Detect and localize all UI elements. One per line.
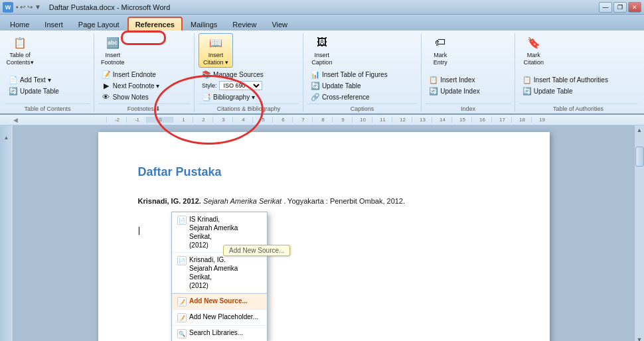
ruler-mark: 8	[312, 117, 332, 123]
update-table-captions-icon: 🔄	[311, 81, 320, 90]
document-title: Daftar Pustaka	[138, 165, 510, 179]
document-area[interactable]: Daftar Pustaka Krisnadi, IG. 2012. Sejar…	[13, 125, 634, 341]
index-group-label: Index	[426, 103, 511, 112]
ruler-mark: 2	[193, 117, 212, 123]
dropdown-add-icon: 📝	[177, 297, 187, 307]
insert-table-figures-button[interactable]: 📊 Insert Table of Figures	[307, 69, 391, 80]
cross-reference-icon: 🔗	[311, 92, 320, 102]
toc-icon: 📋	[12, 34, 28, 50]
dropdown-item-krinadi-2[interactable]: 📄 Krisnadi, IG.Sejarah Amerika Serikat,(…	[172, 253, 267, 293]
tab-mailings[interactable]: Mailings	[183, 17, 224, 31]
minimize-button[interactable]: —	[599, 2, 612, 13]
insert-footnote-button[interactable]: 🔤 InsertFootnote	[98, 33, 127, 68]
captions-group-label: Captions	[307, 103, 417, 112]
manage-sources-button[interactable]: 📚 Manage Sources	[199, 69, 267, 80]
scroll-up-button[interactable]: ▲	[637, 127, 643, 133]
ruler-mark: 9	[332, 117, 352, 123]
citation-dropdown-menu[interactable]: 📄 IS Krinadi,Sejarah Amerika Serikat,(20…	[171, 212, 268, 341]
ruler-mark: 13	[412, 117, 432, 123]
insert-index-button[interactable]: 📋 Insert Index	[426, 75, 483, 86]
style-select[interactable]: ISO 690 …	[219, 81, 262, 90]
ruler-mark: 16	[471, 117, 491, 123]
insert-table-figures-icon: 📊	[311, 70, 320, 79]
ruler-mark: 5	[252, 117, 272, 123]
text-cursor	[139, 227, 139, 235]
dropdown-placeholder-text: Add New Placeholder...	[189, 312, 258, 321]
ruler-mark: -1	[126, 117, 146, 123]
dropdown-add-text: Add New Source...	[189, 297, 248, 305]
update-authorities-button[interactable]: 🔄 Update Table	[519, 86, 611, 97]
ruler-mark: 1	[173, 117, 193, 123]
citations-group-label: Citations & Bibliography	[199, 103, 299, 112]
window-title: Daftar Pustaka.docx - Microsoft Word	[49, 3, 171, 11]
authorities-secondary: 📋 Insert Table of Authorities 🔄 Update T…	[519, 75, 611, 97]
scrollbar-thumb[interactable]	[635, 147, 644, 167]
scrollbar-right[interactable]: ▲ ▼	[634, 125, 644, 341]
bibliography-button[interactable]: 📑 Bibliography ▾	[199, 92, 267, 102]
content-italic: Sejarah Amerika Serikat	[203, 197, 282, 205]
cross-reference-button[interactable]: 🔗 Cross-reference	[307, 92, 391, 102]
update-table-captions-button[interactable]: 🔄 Update Table	[307, 80, 391, 91]
group-authorities: 🔖 MarkCitation 📋 Insert Table of Authori…	[517, 33, 641, 112]
authorities-buttons: 🔖 MarkCitation 📋 Insert Table of Authori…	[519, 33, 637, 102]
dropdown-item-add-source[interactable]: 📝 Add New Source...	[172, 294, 267, 310]
ruler: ◀ -2 -1 0 1 2 3 4 5 6 7 8 9 10 11 12 13 …	[0, 115, 644, 125]
dropdown-search-icon: 🔍	[177, 329, 187, 338]
tab-references[interactable]: References	[127, 17, 183, 31]
index-buttons: 🏷 MarkEntry 📋 Insert Index 🔄 Update Inde…	[426, 33, 511, 102]
dropdown-search-text: Search Libraries...	[189, 328, 243, 337]
insert-caption-button[interactable]: 🖼 InsertCaption	[307, 33, 337, 68]
mark-entry-button[interactable]: 🏷 MarkEntry	[426, 33, 455, 68]
ruler-mark: 6	[272, 117, 292, 123]
mark-citation-button[interactable]: 🔖 MarkCitation	[519, 33, 548, 68]
title-bar: W ▪ ↩ ↪ ▼ Daftar Pustaka.docx - Microsof…	[0, 0, 644, 15]
title-bar-left: W ▪ ↩ ↪ ▼ Daftar Pustaka.docx - Microsof…	[3, 2, 170, 13]
group-footnotes: 🔤 InsertFootnote 📝 Insert Endnote ▶ Next…	[96, 33, 195, 112]
update-table-button[interactable]: 🔄 Update Table	[5, 86, 62, 97]
ruler-mark: 3	[212, 117, 232, 123]
footnotes-buttons: 🔤 InsertFootnote 📝 Insert Endnote ▶ Next…	[98, 33, 190, 102]
document-page[interactable]: Daftar Pustaka Krisnadi, IG. 2012. Sejar…	[98, 132, 550, 341]
mark-citation-icon: 🔖	[526, 34, 542, 50]
group-captions: 🖼 InsertCaption 📊 Insert Table of Figure…	[305, 33, 422, 112]
left-panel: ▲	[0, 125, 13, 341]
main-layout: ▲ Daftar Pustaka Krisnadi, IG. 2012. Sej…	[0, 125, 644, 341]
add-text-icon: 📄	[9, 76, 18, 85]
group-citations: 📖 InsertCitation ▾ 📚 Manage Sources Styl…	[196, 33, 303, 112]
ribbon-tab-bar: Home Insert Page Layout References Maili…	[0, 15, 644, 31]
insert-endnote-button[interactable]: 📝 Insert Endnote	[98, 69, 163, 80]
insert-citation-button[interactable]: 📖 InsertCitation ▾	[199, 33, 233, 68]
dropdown-item-placeholder[interactable]: 📝 Add New Placeholder...	[172, 310, 267, 326]
ruler-mark: 14	[432, 117, 451, 123]
show-notes-button[interactable]: 👁 Show Notes	[98, 92, 163, 102]
close-button[interactable]: ✕	[628, 2, 641, 13]
window-controls[interactable]: — ❐ ✕	[599, 2, 641, 13]
tab-page-layout[interactable]: Page Layout	[71, 17, 127, 31]
restore-button[interactable]: ❐	[613, 2, 627, 13]
add-text-button[interactable]: 📄 Add Text ▾	[5, 75, 62, 86]
word-icon: W	[3, 2, 13, 13]
tab-review[interactable]: Review	[225, 17, 264, 31]
insert-index-icon: 📋	[429, 76, 438, 85]
ruler-mark: 18	[511, 117, 531, 123]
tab-view[interactable]: View	[264, 17, 295, 31]
captions-secondary: 📊 Insert Table of Figures 🔄 Update Table…	[307, 69, 391, 102]
table-of-contents-button[interactable]: 📋 Table ofContents▾	[5, 33, 35, 68]
scroll-down-button[interactable]: ▼	[637, 336, 643, 341]
captions-buttons: 🖼 InsertCaption 📊 Insert Table of Figure…	[307, 33, 417, 102]
citations-buttons: 📖 InsertCitation ▾ 📚 Manage Sources Styl…	[199, 33, 299, 102]
ruler-mark: 19	[531, 117, 551, 123]
insert-authorities-button[interactable]: 📋 Insert Table of Authorities	[519, 75, 611, 86]
next-footnote-button[interactable]: ▶ Next Footnote ▾	[98, 80, 163, 91]
dropdown-item-search[interactable]: 🔍 Search Libraries...	[172, 326, 267, 341]
tab-insert[interactable]: Insert	[37, 17, 70, 31]
update-index-button[interactable]: 🔄 Update Index	[426, 86, 483, 97]
ruler-marks: -2 -1 0 1 2 3 4 5 6 7 8 9 10 11 12 13 14…	[106, 117, 644, 123]
ruler-mark: -2	[106, 117, 126, 123]
ribbon-content: 📋 Table ofContents▾ 📄 Add Text ▾ 🔄 Updat…	[0, 31, 644, 113]
tab-home[interactable]: Home	[3, 17, 37, 31]
mark-entry-icon: 🏷	[432, 34, 448, 50]
insert-authorities-icon: 📋	[523, 76, 532, 85]
ruler-mark: 15	[451, 117, 471, 123]
dropdown-icon-1: 📄	[177, 216, 187, 225]
